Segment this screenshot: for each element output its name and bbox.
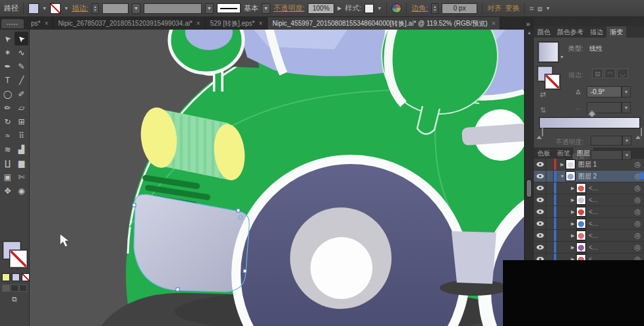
- align-objects-icon[interactable]: ⌗: [529, 4, 534, 13]
- expand-arrow-icon[interactable]: ▶: [570, 198, 576, 203]
- visibility-toggle[interactable]: [534, 182, 546, 194]
- ellipse-tool[interactable]: ◯: [1, 87, 15, 101]
- layer-row[interactable]: ▼图层 2◎: [534, 171, 644, 182]
- layer-row[interactable]: ▶<...◎: [534, 182, 644, 194]
- draw-inside-button[interactable]: [19, 285, 27, 292]
- width-profile-dropdown[interactable]: ▼: [205, 3, 214, 14]
- layer-row[interactable]: ▶<...◎: [534, 218, 644, 230]
- panel-tab-颜色[interactable]: 颜色: [534, 26, 554, 38]
- target-icon[interactable]: ◎: [634, 184, 641, 192]
- expand-arrow-icon[interactable]: ▶: [570, 186, 576, 191]
- toolbox-stroke-swatch[interactable]: [10, 250, 27, 267]
- panel-tab-色板[interactable]: 色板: [534, 148, 554, 159]
- eraser-tool[interactable]: ▱: [15, 101, 28, 115]
- paintbrush-tool[interactable]: ✐: [15, 87, 28, 101]
- close-tab-icon[interactable]: ×: [258, 20, 262, 27]
- panel-tab-描边[interactable]: 描边: [587, 26, 606, 38]
- chevron-down-icon[interactable]: ▼: [546, 6, 550, 11]
- layer-name[interactable]: <...: [589, 244, 598, 251]
- pen-tool[interactable]: ✒: [1, 59, 15, 73]
- layer-name[interactable]: <...: [589, 208, 598, 215]
- magic-wand-tool[interactable]: ✶: [1, 45, 15, 59]
- artboard-tool[interactable]: ▣: [1, 170, 15, 184]
- lock-toggle[interactable]: [546, 206, 554, 217]
- rotate-tool[interactable]: ↻: [1, 115, 15, 128]
- visibility-toggle[interactable]: [534, 159, 546, 170]
- gradient-slider-bar[interactable]: [539, 117, 640, 128]
- close-tab-icon[interactable]: ×: [196, 20, 200, 27]
- layer-thumbnail[interactable]: [576, 183, 586, 193]
- curvature-tool[interactable]: ✎: [15, 59, 28, 73]
- opacity-expand-icon[interactable]: ▶: [337, 5, 341, 11]
- chevron-down-icon[interactable]: ▼: [64, 6, 69, 11]
- lock-toggle[interactable]: [546, 194, 554, 205]
- stroke-weight-stepper[interactable]: ▲▼: [92, 3, 99, 14]
- visibility-toggle[interactable]: [534, 218, 546, 229]
- target-icon[interactable]: ◎: [634, 219, 641, 228]
- target-icon[interactable]: ◎: [634, 160, 641, 169]
- document-tab[interactable]: Nipic_455997_20150808155348604000[转换].ai…: [268, 17, 500, 30]
- scrollbar-thumb[interactable]: [526, 179, 532, 198]
- gradient-button[interactable]: [12, 273, 20, 281]
- gradient-stroke-proxy[interactable]: [545, 74, 560, 89]
- stroke-weight-dropdown[interactable]: ▼: [132, 3, 140, 14]
- stroke-weight-field[interactable]: [102, 3, 129, 14]
- layer-row[interactable]: ▶<...◎: [534, 230, 644, 242]
- layer-thumbnail[interactable]: [576, 231, 586, 240]
- gradient-stop-right[interactable]: [635, 128, 641, 136]
- layer-thumbnail[interactable]: [576, 195, 586, 205]
- document-tab[interactable]: 529 [转换].eps*×: [206, 17, 268, 30]
- angle-dropdown[interactable]: ▼: [622, 86, 631, 97]
- selection-tool[interactable]: ➤: [1, 32, 15, 45]
- target-icon[interactable]: ◎: [634, 231, 641, 240]
- opacity-field[interactable]: 100%: [308, 3, 334, 14]
- layer-row[interactable]: ▶<...◎: [534, 206, 644, 218]
- layer-name[interactable]: <...: [589, 196, 598, 204]
- lock-toggle[interactable]: [546, 230, 554, 241]
- opacity-link[interactable]: 不透明度:: [274, 3, 305, 13]
- layer-thumbnail[interactable]: [576, 219, 586, 229]
- perspective-grid-tool[interactable]: ▟: [15, 142, 28, 156]
- color-button[interactable]: [2, 273, 10, 281]
- expand-arrow-icon[interactable]: ▶: [570, 245, 576, 250]
- direct-selection-tool[interactable]: ➤: [15, 32, 28, 45]
- lock-toggle[interactable]: [546, 182, 554, 194]
- symbol-sprayer-tool[interactable]: ∐: [1, 156, 15, 170]
- panel-tab-画笔[interactable]: 画笔: [554, 148, 573, 159]
- document-tab[interactable]: Nipic_26785037_20180515203915499034.ai*×: [53, 17, 205, 30]
- lock-toggle[interactable]: [546, 242, 554, 253]
- transform-link[interactable]: 变换: [505, 3, 519, 13]
- line-segment-tool[interactable]: ╱: [15, 73, 28, 87]
- chevron-down-icon[interactable]: ▼: [42, 6, 47, 11]
- screen-mode-button[interactable]: ⧉: [8, 295, 21, 304]
- style-swatch[interactable]: [365, 4, 374, 13]
- shape-builder-tool[interactable]: ≋: [1, 142, 15, 156]
- draw-behind-button[interactable]: [11, 285, 18, 292]
- layer-name[interactable]: <...: [589, 232, 598, 239]
- close-tab-icon[interactable]: ×: [492, 20, 496, 27]
- lock-toggle[interactable]: [546, 159, 554, 170]
- draw-normal-button[interactable]: [2, 285, 10, 292]
- expand-arrow-icon[interactable]: ▶: [559, 162, 566, 167]
- hand-tool[interactable]: ✥: [1, 184, 15, 198]
- layer-thumbnail[interactable]: [566, 159, 575, 169]
- visibility-toggle[interactable]: [534, 194, 546, 205]
- brush-definition-label[interactable]: 基本: [244, 3, 258, 13]
- document-tab[interactable]: ps*×: [26, 17, 53, 30]
- layer-name[interactable]: <...: [589, 220, 598, 227]
- gradient-preview-swatch[interactable]: [538, 41, 559, 63]
- graph-tool[interactable]: ▆: [15, 156, 28, 170]
- gradient-across-stroke-icon[interactable]: ◡: [617, 68, 628, 78]
- chevron-down-icon[interactable]: ▼: [377, 6, 382, 11]
- zoom-tool[interactable]: ◉: [15, 184, 28, 198]
- corner-field[interactable]: 0 px: [442, 3, 477, 14]
- free-transform-tool[interactable]: ⠿: [15, 128, 28, 142]
- canvas[interactable]: [30, 30, 524, 326]
- corner-link[interactable]: 边角:: [411, 3, 428, 13]
- visibility-toggle[interactable]: [534, 171, 546, 182]
- corner-stepper[interactable]: ▲▼: [431, 3, 438, 14]
- recolor-artwork-icon[interactable]: [392, 3, 401, 13]
- layer-row[interactable]: ▶图层 1◎: [534, 159, 644, 171]
- type-tool[interactable]: T: [1, 73, 15, 87]
- layer-thumbnail[interactable]: [576, 207, 586, 217]
